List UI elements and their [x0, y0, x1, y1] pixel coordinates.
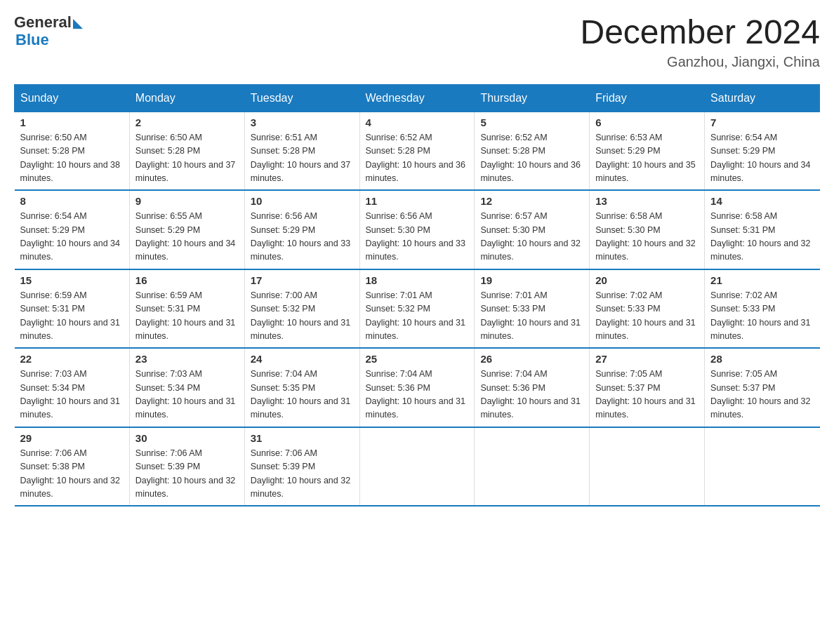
day-cell-18: 18 Sunrise: 7:01 AM Sunset: 5:32 PM Dayl… — [359, 269, 475, 349]
day-info: Sunrise: 6:56 AM Sunset: 5:29 PM Dayligh… — [251, 210, 354, 264]
day-number: 12 — [480, 195, 583, 207]
day-info: Sunrise: 7:00 AM Sunset: 5:32 PM Dayligh… — [251, 289, 354, 344]
day-info: Sunrise: 6:50 AM Sunset: 5:28 PM Dayligh… — [20, 131, 124, 186]
day-cell-15: 15 Sunrise: 6:59 AM Sunset: 5:31 PM Dayl… — [15, 269, 130, 349]
day-number: 31 — [251, 432, 354, 444]
day-number: 11 — [366, 195, 469, 207]
day-info: Sunrise: 7:04 AM Sunset: 5:36 PM Dayligh… — [366, 368, 469, 422]
calendar-title: December 2024 — [580, 14, 820, 51]
day-cell-4: 4 Sunrise: 6:52 AM Sunset: 5:28 PM Dayli… — [359, 112, 475, 190]
day-number: 1 — [20, 116, 124, 128]
week-row-2: 8 Sunrise: 6:54 AM Sunset: 5:29 PM Dayli… — [15, 190, 820, 269]
day-number: 17 — [251, 274, 354, 286]
day-info: Sunrise: 7:06 AM Sunset: 5:39 PM Dayligh… — [251, 447, 354, 502]
day-number: 28 — [710, 353, 814, 365]
day-number: 29 — [20, 432, 124, 444]
day-number: 10 — [251, 195, 354, 207]
day-number: 27 — [595, 353, 699, 365]
day-info: Sunrise: 6:56 AM Sunset: 5:30 PM Dayligh… — [366, 210, 469, 264]
day-cell-13: 13 Sunrise: 6:58 AM Sunset: 5:30 PM Dayl… — [590, 190, 705, 269]
day-cell-10: 10 Sunrise: 6:56 AM Sunset: 5:29 PM Dayl… — [244, 190, 359, 269]
day-cell-11: 11 Sunrise: 6:56 AM Sunset: 5:30 PM Dayl… — [359, 190, 475, 269]
day-number: 19 — [480, 274, 583, 286]
day-info: Sunrise: 7:05 AM Sunset: 5:37 PM Dayligh… — [595, 368, 699, 422]
page-header: General Blue December 2024 Ganzhou, Jian… — [14, 14, 820, 70]
day-number: 4 — [366, 116, 469, 128]
day-number: 25 — [366, 353, 469, 365]
day-info: Sunrise: 7:01 AM Sunset: 5:32 PM Dayligh… — [366, 289, 469, 344]
day-cell-14: 14 Sunrise: 6:58 AM Sunset: 5:31 PM Dayl… — [705, 190, 820, 269]
day-info: Sunrise: 6:52 AM Sunset: 5:28 PM Dayligh… — [480, 131, 583, 186]
day-cell-27: 27 Sunrise: 7:05 AM Sunset: 5:37 PM Dayl… — [590, 348, 705, 427]
day-number: 18 — [366, 274, 469, 286]
day-cell-29: 29 Sunrise: 7:06 AM Sunset: 5:38 PM Dayl… — [15, 427, 130, 507]
week-row-4: 22 Sunrise: 7:03 AM Sunset: 5:34 PM Dayl… — [15, 348, 820, 427]
day-cell-23: 23 Sunrise: 7:03 AM Sunset: 5:34 PM Dayl… — [129, 348, 244, 427]
day-cell-16: 16 Sunrise: 6:59 AM Sunset: 5:31 PM Dayl… — [129, 269, 244, 349]
day-info: Sunrise: 7:04 AM Sunset: 5:36 PM Dayligh… — [480, 368, 583, 422]
day-cell-8: 8 Sunrise: 6:54 AM Sunset: 5:29 PM Dayli… — [15, 190, 130, 269]
day-info: Sunrise: 6:59 AM Sunset: 5:31 PM Dayligh… — [135, 289, 239, 344]
empty-cell — [359, 427, 475, 507]
day-cell-3: 3 Sunrise: 6:51 AM Sunset: 5:28 PM Dayli… — [244, 112, 359, 190]
day-cell-19: 19 Sunrise: 7:01 AM Sunset: 5:33 PM Dayl… — [475, 269, 590, 349]
week-row-3: 15 Sunrise: 6:59 AM Sunset: 5:31 PM Dayl… — [15, 269, 820, 349]
day-cell-2: 2 Sunrise: 6:50 AM Sunset: 5:28 PM Dayli… — [129, 112, 244, 190]
day-number: 20 — [595, 274, 699, 286]
day-cell-21: 21 Sunrise: 7:02 AM Sunset: 5:33 PM Dayl… — [705, 269, 820, 349]
day-info: Sunrise: 6:58 AM Sunset: 5:31 PM Dayligh… — [710, 210, 814, 264]
col-wednesday: Wednesday — [359, 84, 475, 112]
day-number: 6 — [595, 116, 699, 128]
day-info: Sunrise: 6:57 AM Sunset: 5:30 PM Dayligh… — [480, 210, 583, 264]
day-cell-20: 20 Sunrise: 7:02 AM Sunset: 5:33 PM Dayl… — [590, 269, 705, 349]
day-info: Sunrise: 7:01 AM Sunset: 5:33 PM Dayligh… — [480, 289, 583, 344]
day-number: 22 — [20, 353, 124, 365]
day-number: 9 — [135, 195, 239, 207]
day-number: 23 — [135, 353, 239, 365]
day-cell-26: 26 Sunrise: 7:04 AM Sunset: 5:36 PM Dayl… — [475, 348, 590, 427]
calendar-table: Sunday Monday Tuesday Wednesday Thursday… — [14, 84, 820, 507]
day-info: Sunrise: 7:03 AM Sunset: 5:34 PM Dayligh… — [20, 368, 124, 422]
day-cell-9: 9 Sunrise: 6:55 AM Sunset: 5:29 PM Dayli… — [129, 190, 244, 269]
day-info: Sunrise: 7:06 AM Sunset: 5:39 PM Dayligh… — [135, 447, 239, 502]
day-cell-24: 24 Sunrise: 7:04 AM Sunset: 5:35 PM Dayl… — [244, 348, 359, 427]
day-cell-25: 25 Sunrise: 7:04 AM Sunset: 5:36 PM Dayl… — [359, 348, 475, 427]
day-number: 14 — [710, 195, 814, 207]
day-number: 8 — [20, 195, 124, 207]
day-cell-7: 7 Sunrise: 6:54 AM Sunset: 5:29 PM Dayli… — [705, 112, 820, 190]
day-info: Sunrise: 7:05 AM Sunset: 5:37 PM Dayligh… — [710, 368, 814, 422]
day-info: Sunrise: 6:50 AM Sunset: 5:28 PM Dayligh… — [135, 131, 239, 186]
title-block: December 2024 Ganzhou, Jiangxi, China — [580, 14, 820, 70]
col-thursday: Thursday — [475, 84, 590, 112]
col-saturday: Saturday — [705, 84, 820, 112]
day-cell-5: 5 Sunrise: 6:52 AM Sunset: 5:28 PM Dayli… — [475, 112, 590, 190]
header-row: Sunday Monday Tuesday Wednesday Thursday… — [15, 84, 820, 112]
day-number: 7 — [710, 116, 814, 128]
day-info: Sunrise: 6:54 AM Sunset: 5:29 PM Dayligh… — [710, 131, 814, 186]
day-info: Sunrise: 7:03 AM Sunset: 5:34 PM Dayligh… — [135, 368, 239, 422]
day-number: 13 — [595, 195, 699, 207]
day-cell-17: 17 Sunrise: 7:00 AM Sunset: 5:32 PM Dayl… — [244, 269, 359, 349]
day-number: 30 — [135, 432, 239, 444]
empty-cell — [705, 427, 820, 507]
day-cell-30: 30 Sunrise: 7:06 AM Sunset: 5:39 PM Dayl… — [129, 427, 244, 507]
week-row-5: 29 Sunrise: 7:06 AM Sunset: 5:38 PM Dayl… — [15, 427, 820, 507]
day-number: 24 — [251, 353, 354, 365]
col-friday: Friday — [590, 84, 705, 112]
calendar-subtitle: Ganzhou, Jiangxi, China — [580, 54, 820, 70]
logo-triangle-icon — [73, 19, 83, 29]
col-tuesday: Tuesday — [244, 84, 359, 112]
day-info: Sunrise: 7:04 AM Sunset: 5:35 PM Dayligh… — [251, 368, 354, 422]
calendar-header: Sunday Monday Tuesday Wednesday Thursday… — [15, 84, 820, 112]
empty-cell — [475, 427, 590, 507]
day-number: 3 — [251, 116, 354, 128]
day-number: 16 — [135, 274, 239, 286]
day-info: Sunrise: 7:06 AM Sunset: 5:38 PM Dayligh… — [20, 447, 124, 502]
day-number: 15 — [20, 274, 124, 286]
calendar-body: 1 Sunrise: 6:50 AM Sunset: 5:28 PM Dayli… — [15, 112, 820, 506]
col-monday: Monday — [129, 84, 244, 112]
day-cell-22: 22 Sunrise: 7:03 AM Sunset: 5:34 PM Dayl… — [15, 348, 130, 427]
day-info: Sunrise: 6:51 AM Sunset: 5:28 PM Dayligh… — [251, 131, 354, 186]
week-row-1: 1 Sunrise: 6:50 AM Sunset: 5:28 PM Dayli… — [15, 112, 820, 190]
empty-cell — [590, 427, 705, 507]
